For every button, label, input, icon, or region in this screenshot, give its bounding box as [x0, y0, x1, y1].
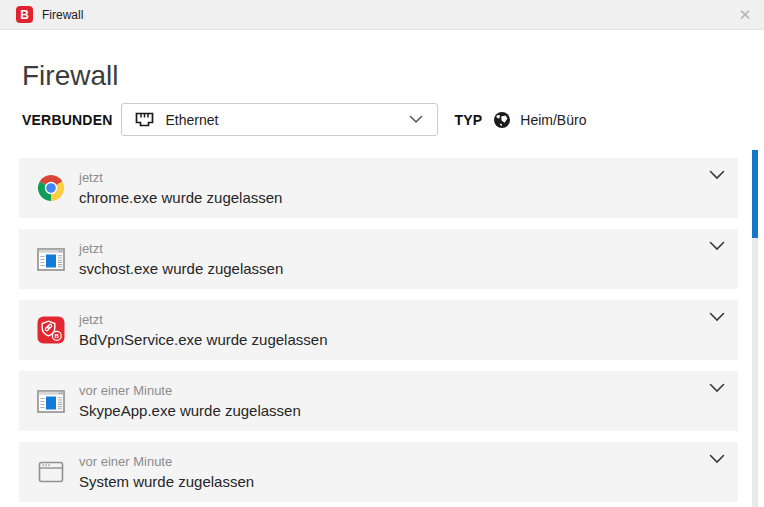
- chevron-down-icon[interactable]: [709, 454, 725, 464]
- network-adapter-value: Ethernet: [165, 112, 409, 128]
- event-row[interactable]: vor einer Minute System wurde zugelassen: [19, 442, 738, 502]
- event-message: svchost.exe wurde zugelassen: [79, 259, 283, 278]
- event-message: chrome.exe wurde zugelassen: [79, 188, 282, 207]
- network-adapter-dropdown[interactable]: Ethernet: [121, 103, 438, 136]
- event-time: jetzt: [79, 170, 282, 186]
- event-row[interactable]: vor einer Minute SkypeApp.exe wurde zuge…: [19, 371, 738, 431]
- system-window-icon: [37, 458, 65, 486]
- scrollbar-thumb[interactable]: [752, 150, 758, 238]
- type-label: TYP: [454, 112, 482, 128]
- window-title: Firewall: [42, 8, 83, 22]
- firewall-event-list: jetzt chrome.exe wurde zugelassen jetzt …: [19, 158, 738, 507]
- connection-bar: VERBUNDEN Ethernet TYP Heim/Büro: [22, 103, 586, 136]
- chevron-down-icon[interactable]: [709, 170, 725, 180]
- event-row[interactable]: jetzt chrome.exe wurde zugelassen: [19, 158, 738, 218]
- page-title: Firewall: [22, 60, 118, 92]
- svg-text:B: B: [55, 332, 60, 339]
- windows-exe-icon: [37, 387, 65, 415]
- scrollbar-track[interactable]: [752, 150, 758, 507]
- chevron-down-icon: [409, 115, 423, 124]
- event-time: jetzt: [79, 241, 283, 257]
- chrome-icon: [37, 174, 65, 202]
- windows-exe-icon: [37, 245, 65, 273]
- chevron-down-icon[interactable]: [709, 241, 725, 251]
- window-titlebar: B Firewall ✕: [0, 0, 764, 30]
- event-time: vor einer Minute: [79, 383, 301, 399]
- event-time: jetzt: [79, 312, 327, 328]
- chevron-down-icon[interactable]: [709, 383, 725, 393]
- chevron-down-icon[interactable]: [709, 312, 725, 322]
- logo-letter: B: [20, 9, 29, 21]
- bitdefender-logo-icon: B: [16, 6, 33, 23]
- bitdefender-vpn-icon: B: [37, 316, 65, 344]
- event-message: System wurde zugelassen: [79, 472, 254, 491]
- event-row[interactable]: B jetzt BdVpnService.exe wurde zugelasse…: [19, 300, 738, 360]
- globe-icon: [493, 111, 511, 129]
- event-message: SkypeApp.exe wurde zugelassen: [79, 401, 301, 420]
- connected-label: VERBUNDEN: [22, 112, 112, 128]
- network-type-value: Heim/Büro: [520, 112, 586, 128]
- event-message: BdVpnService.exe wurde zugelassen: [79, 330, 327, 349]
- ethernet-icon: [134, 110, 155, 129]
- close-icon[interactable]: ✕: [730, 0, 760, 30]
- event-time: vor einer Minute: [79, 454, 254, 470]
- event-row[interactable]: jetzt svchost.exe wurde zugelassen: [19, 229, 738, 289]
